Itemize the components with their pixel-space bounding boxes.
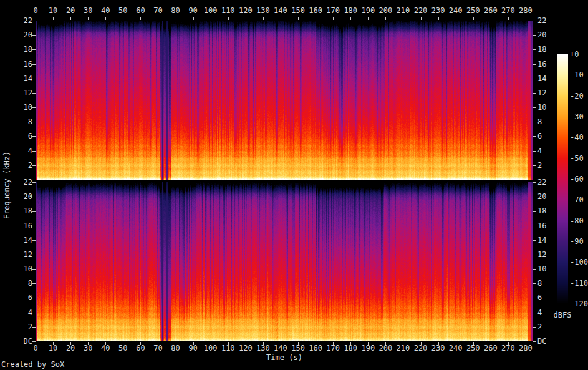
freq-tick-label-right: 8 <box>537 117 542 126</box>
freq-tick-label-right: 4 <box>537 147 542 155</box>
freq-tick-label-left: 2 <box>5 323 32 331</box>
freq-tick-right <box>533 182 536 183</box>
freq-tick-right <box>533 313 536 313</box>
freq-tick-label-right: 14 <box>537 236 546 245</box>
dbfs-unit-label: dBFS <box>554 311 572 319</box>
freq-tick-label-left: 8 <box>5 117 32 126</box>
x-tick <box>491 17 491 20</box>
freq-tick-right <box>533 122 536 122</box>
freq-tick-label-left: 6 <box>5 293 32 302</box>
x-tick-label: 190 <box>361 6 375 15</box>
freq-tick-left <box>32 240 36 241</box>
colorbar-tick-label: +0 <box>570 50 579 59</box>
x-tick-label: 30 <box>84 344 92 353</box>
freq-tick-left <box>32 107 36 108</box>
freq-tick-label-right: 18 <box>537 207 546 215</box>
x-tick-label: 180 <box>344 344 357 353</box>
colorbar-tick-label: -100 <box>570 258 588 266</box>
freq-tick-label-left: 14 <box>5 236 32 245</box>
freq-tick-label-left: 10 <box>5 265 32 273</box>
x-tick-label: 90 <box>188 6 197 15</box>
freq-tick-label-left: 20 <box>5 31 32 39</box>
x-tick-label: 210 <box>397 6 410 15</box>
x-tick-label: 60 <box>136 6 145 15</box>
x-tick-label: 110 <box>221 344 235 353</box>
freq-tick-right <box>533 136 536 137</box>
x-tick <box>368 17 369 20</box>
freq-tick-left <box>32 21 36 21</box>
freq-tick-label-right: 16 <box>537 60 546 69</box>
freq-tick-right <box>533 49 536 50</box>
freq-tick-label-left: 18 <box>5 45 32 54</box>
x-tick-label: 270 <box>501 6 515 15</box>
freq-tick-left <box>32 151 36 152</box>
freq-tick-left <box>32 64 36 65</box>
x-tick <box>88 17 89 20</box>
x-tick <box>316 17 316 20</box>
freq-tick-left <box>32 93 36 94</box>
x-tick <box>281 17 281 20</box>
freq-tick-label-right: 20 <box>537 31 546 39</box>
time-axis-label: Time (s) <box>266 353 302 362</box>
x-tick-label: 50 <box>118 344 127 353</box>
freq-tick-label-right: 8 <box>537 279 542 288</box>
x-tick <box>385 17 386 20</box>
freq-tick-label-right: 22 <box>537 16 546 25</box>
x-tick <box>456 17 456 20</box>
x-tick-label: 0 <box>33 6 37 15</box>
freq-tick-left <box>32 269 36 270</box>
colorbar-tick-label: -50 <box>570 154 584 163</box>
freq-tick-right <box>533 283 536 284</box>
x-tick-label: 100 <box>204 6 218 15</box>
freq-tick-label-left: 14 <box>5 74 32 83</box>
freq-tick-label-left: 16 <box>5 60 32 69</box>
x-tick-label: 120 <box>239 344 253 353</box>
x-tick-label: 140 <box>274 6 287 15</box>
x-tick-label: 240 <box>449 6 463 15</box>
x-tick <box>53 17 54 20</box>
colorbar-tick-label: -60 <box>570 175 584 183</box>
freq-tick-label-right: 2 <box>537 161 542 170</box>
x-tick <box>105 17 106 20</box>
freq-tick-left <box>32 165 36 166</box>
sox-spectrogram-window: 0102030405060708090100110120130140150160… <box>0 0 588 370</box>
x-tick-label: 160 <box>309 6 322 15</box>
freq-tick-left <box>32 327 36 328</box>
x-tick <box>211 17 211 20</box>
x-tick-label: 280 <box>519 6 533 15</box>
freq-tick-right <box>533 93 536 94</box>
x-tick <box>36 17 36 20</box>
x-tick-label: 220 <box>414 344 428 353</box>
x-tick-label: 40 <box>101 344 110 353</box>
colorbar-tick-label: -30 <box>570 112 584 121</box>
freq-tick-left <box>32 49 36 50</box>
x-tick-label: 260 <box>484 6 498 15</box>
freq-tick-label-right: 14 <box>537 74 546 83</box>
x-tick <box>333 17 334 20</box>
x-tick-label: 180 <box>344 6 357 15</box>
x-tick-label: 190 <box>361 344 375 353</box>
freq-tick-right <box>533 151 536 152</box>
freq-tick-right <box>533 240 536 241</box>
freq-tick-left <box>32 341 36 342</box>
x-tick <box>228 17 229 20</box>
freq-tick-label-right: 4 <box>537 308 542 317</box>
x-tick-label: 140 <box>274 344 287 353</box>
x-tick <box>438 17 439 20</box>
freq-tick-left <box>32 197 36 197</box>
freq-tick-label-left: 6 <box>5 132 32 140</box>
freq-tick-label-right: 18 <box>537 45 546 54</box>
x-tick-label: 10 <box>49 344 57 353</box>
colorbar-tick-label: -110 <box>570 279 588 288</box>
x-tick-label: 220 <box>414 6 428 15</box>
freq-tick-label-right: DC <box>537 337 546 346</box>
freq-tick-left <box>32 211 36 212</box>
freq-tick-right <box>533 197 536 197</box>
x-tick-label: 100 <box>204 344 218 353</box>
x-tick-label: 110 <box>221 6 235 15</box>
x-tick-label: 60 <box>136 344 145 353</box>
x-tick-label: 200 <box>379 6 393 15</box>
freq-tick-label-right: 16 <box>537 222 546 230</box>
x-tick-label: 250 <box>466 344 480 353</box>
x-tick-label: 70 <box>153 6 162 15</box>
